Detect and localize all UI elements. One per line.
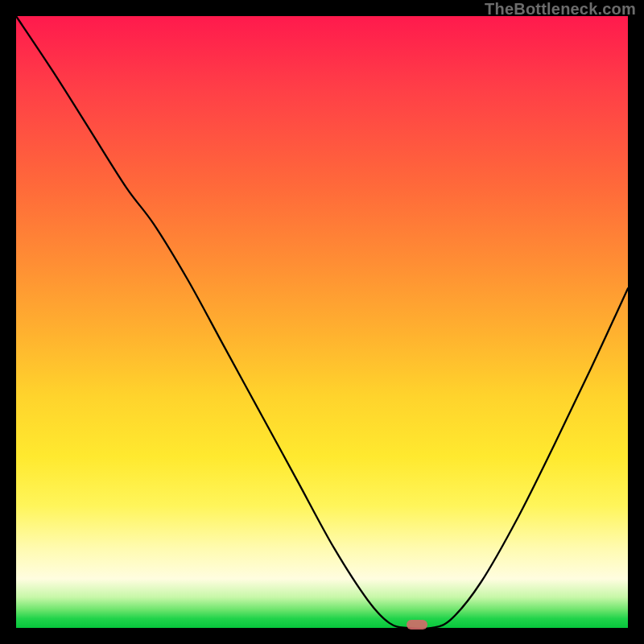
bottleneck-curve-path: [16, 16, 628, 629]
optimal-marker: [407, 620, 427, 630]
plot-area: [16, 16, 628, 628]
bottleneck-curve-svg: [16, 16, 628, 628]
